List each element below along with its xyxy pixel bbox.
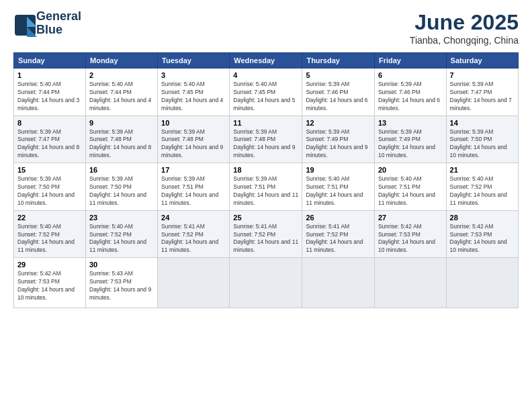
- calendar-cell: 14 Sunrise: 5:39 AM Sunset: 7:50 PM Dayl…: [446, 116, 518, 163]
- day-number: 3: [161, 71, 226, 79]
- day-info: Sunrise: 5:43 AM Sunset: 7:53 PM Dayligh…: [89, 270, 154, 302]
- day-number: 27: [378, 214, 443, 222]
- day-info: Sunrise: 5:41 AM Sunset: 7:52 PM Dayligh…: [233, 223, 298, 255]
- logo-icon: [13, 13, 34, 34]
- calendar-cell: [302, 258, 375, 308]
- day-info: Sunrise: 5:39 AM Sunset: 7:50 PM Dayligh…: [17, 175, 82, 208]
- day-info: Sunrise: 5:39 AM Sunset: 7:46 PM Dayligh…: [378, 81, 443, 113]
- calendar-cell: 6 Sunrise: 5:39 AM Sunset: 7:46 PM Dayli…: [374, 68, 446, 116]
- week-row-5: 29 Sunrise: 5:42 AM Sunset: 7:53 PM Dayl…: [14, 258, 519, 308]
- day-number: 24: [161, 214, 226, 222]
- day-info: Sunrise: 5:39 AM Sunset: 7:50 PM Dayligh…: [89, 175, 154, 208]
- logo: General Blue: [13, 10, 81, 37]
- week-row-4: 22 Sunrise: 5:40 AM Sunset: 7:52 PM Dayl…: [14, 210, 519, 258]
- calendar-cell: 16 Sunrise: 5:39 AM Sunset: 7:50 PM Dayl…: [86, 163, 158, 211]
- week-row-1: 1 Sunrise: 5:40 AM Sunset: 7:44 PM Dayli…: [14, 68, 519, 116]
- calendar-cell: [374, 258, 446, 308]
- day-info: Sunrise: 5:41 AM Sunset: 7:52 PM Dayligh…: [306, 223, 371, 255]
- day-number: 28: [450, 214, 515, 222]
- day-number: 9: [89, 119, 154, 127]
- day-number: 21: [450, 166, 515, 174]
- day-number: 30: [89, 261, 154, 269]
- calendar-cell: 10 Sunrise: 5:39 AM Sunset: 7:48 PM Dayl…: [158, 116, 230, 163]
- calendar-cell: 3 Sunrise: 5:40 AM Sunset: 7:45 PM Dayli…: [158, 68, 230, 116]
- day-info: Sunrise: 5:39 AM Sunset: 7:48 PM Dayligh…: [233, 128, 298, 161]
- column-header-monday: Monday: [86, 53, 158, 68]
- day-number: 15: [17, 166, 82, 174]
- page: General Blue June 2025 Tianba, Chongqing…: [0, 0, 532, 411]
- calendar-cell: 2 Sunrise: 5:40 AM Sunset: 7:44 PM Dayli…: [86, 68, 158, 116]
- calendar-cell: 26 Sunrise: 5:41 AM Sunset: 7:52 PM Dayl…: [302, 210, 375, 258]
- calendar-cell: 7 Sunrise: 5:39 AM Sunset: 7:47 PM Dayli…: [446, 68, 518, 116]
- day-number: 11: [233, 119, 298, 127]
- day-info: Sunrise: 5:40 AM Sunset: 7:45 PM Dayligh…: [161, 81, 226, 113]
- logo-line2: Blue: [36, 24, 81, 37]
- week-row-2: 8 Sunrise: 5:39 AM Sunset: 7:47 PM Dayli…: [14, 116, 519, 163]
- day-info: Sunrise: 5:42 AM Sunset: 7:53 PM Dayligh…: [17, 270, 82, 302]
- day-info: Sunrise: 5:39 AM Sunset: 7:51 PM Dayligh…: [161, 175, 226, 208]
- day-number: 14: [450, 119, 515, 127]
- day-info: Sunrise: 5:39 AM Sunset: 7:48 PM Dayligh…: [161, 128, 226, 161]
- column-header-sunday: Sunday: [14, 53, 86, 68]
- calendar-cell: 12 Sunrise: 5:39 AM Sunset: 7:49 PM Dayl…: [302, 116, 375, 163]
- day-info: Sunrise: 5:39 AM Sunset: 7:50 PM Dayligh…: [450, 128, 515, 161]
- day-number: 13: [378, 119, 443, 127]
- day-info: Sunrise: 5:42 AM Sunset: 7:53 PM Dayligh…: [450, 223, 515, 255]
- day-number: 6: [378, 71, 443, 79]
- calendar-cell: 23 Sunrise: 5:40 AM Sunset: 7:52 PM Dayl…: [86, 210, 158, 258]
- day-number: 10: [161, 119, 226, 127]
- day-number: 16: [89, 166, 154, 174]
- day-number: 7: [450, 71, 515, 79]
- calendar-cell: 17 Sunrise: 5:39 AM Sunset: 7:51 PM Dayl…: [158, 163, 230, 211]
- column-header-tuesday: Tuesday: [158, 53, 230, 68]
- day-info: Sunrise: 5:40 AM Sunset: 7:52 PM Dayligh…: [450, 175, 515, 208]
- column-header-friday: Friday: [374, 53, 446, 68]
- calendar-cell: 9 Sunrise: 5:39 AM Sunset: 7:48 PM Dayli…: [86, 116, 158, 163]
- day-info: Sunrise: 5:40 AM Sunset: 7:45 PM Dayligh…: [233, 81, 298, 113]
- logo-text: General Blue: [36, 10, 81, 37]
- day-number: 5: [306, 71, 371, 79]
- day-number: 23: [89, 214, 154, 222]
- calendar-cell: 29 Sunrise: 5:42 AM Sunset: 7:53 PM Dayl…: [14, 258, 86, 308]
- day-info: Sunrise: 5:39 AM Sunset: 7:48 PM Dayligh…: [89, 128, 154, 161]
- day-number: 2: [89, 71, 154, 79]
- day-info: Sunrise: 5:39 AM Sunset: 7:49 PM Dayligh…: [306, 128, 371, 161]
- calendar-cell: 15 Sunrise: 5:39 AM Sunset: 7:50 PM Dayl…: [14, 163, 86, 211]
- calendar-cell: 27 Sunrise: 5:42 AM Sunset: 7:53 PM Dayl…: [374, 210, 446, 258]
- day-number: 4: [233, 71, 298, 79]
- day-info: Sunrise: 5:41 AM Sunset: 7:52 PM Dayligh…: [161, 223, 226, 255]
- day-number: 19: [306, 166, 371, 174]
- day-info: Sunrise: 5:39 AM Sunset: 7:51 PM Dayligh…: [233, 175, 298, 208]
- day-info: Sunrise: 5:39 AM Sunset: 7:46 PM Dayligh…: [306, 81, 371, 113]
- calendar-cell: 11 Sunrise: 5:39 AM Sunset: 7:48 PM Dayl…: [230, 116, 302, 163]
- calendar-cell: 24 Sunrise: 5:41 AM Sunset: 7:52 PM Dayl…: [158, 210, 230, 258]
- calendar-cell: 13 Sunrise: 5:39 AM Sunset: 7:49 PM Dayl…: [374, 116, 446, 163]
- day-info: Sunrise: 5:40 AM Sunset: 7:52 PM Dayligh…: [89, 223, 154, 255]
- day-number: 12: [306, 119, 371, 127]
- calendar-cell: 20 Sunrise: 5:40 AM Sunset: 7:51 PM Dayl…: [374, 163, 446, 211]
- day-info: Sunrise: 5:39 AM Sunset: 7:47 PM Dayligh…: [17, 128, 82, 161]
- calendar-cell: 25 Sunrise: 5:41 AM Sunset: 7:52 PM Dayl…: [230, 210, 302, 258]
- calendar-cell: 30 Sunrise: 5:43 AM Sunset: 7:53 PM Dayl…: [86, 258, 158, 308]
- day-info: Sunrise: 5:40 AM Sunset: 7:51 PM Dayligh…: [378, 175, 443, 208]
- calendar-cell: 28 Sunrise: 5:42 AM Sunset: 7:53 PM Dayl…: [446, 210, 518, 258]
- calendar-cell: [446, 258, 518, 308]
- day-info: Sunrise: 5:40 AM Sunset: 7:44 PM Dayligh…: [89, 81, 154, 113]
- day-info: Sunrise: 5:40 AM Sunset: 7:51 PM Dayligh…: [306, 175, 371, 208]
- calendar-cell: 22 Sunrise: 5:40 AM Sunset: 7:52 PM Dayl…: [14, 210, 86, 258]
- day-info: Sunrise: 5:39 AM Sunset: 7:47 PM Dayligh…: [450, 81, 515, 113]
- day-info: Sunrise: 5:40 AM Sunset: 7:44 PM Dayligh…: [17, 81, 82, 113]
- day-number: 1: [17, 71, 82, 79]
- week-row-3: 15 Sunrise: 5:39 AM Sunset: 7:50 PM Dayl…: [14, 163, 519, 211]
- header: General Blue June 2025 Tianba, Chongqing…: [13, 10, 519, 46]
- header-row: SundayMondayTuesdayWednesdayThursdayFrid…: [14, 53, 519, 68]
- day-number: 17: [161, 166, 226, 174]
- calendar-cell: 18 Sunrise: 5:39 AM Sunset: 7:51 PM Dayl…: [230, 163, 302, 211]
- logo-line1: General: [36, 10, 81, 24]
- day-number: 25: [233, 214, 298, 222]
- column-header-wednesday: Wednesday: [230, 53, 302, 68]
- calendar-cell: 5 Sunrise: 5:39 AM Sunset: 7:46 PM Dayli…: [302, 68, 375, 116]
- title-block: June 2025 Tianba, Chongqing, China: [410, 10, 519, 46]
- calendar-cell: 1 Sunrise: 5:40 AM Sunset: 7:44 PM Dayli…: [14, 68, 86, 116]
- calendar-cell: 8 Sunrise: 5:39 AM Sunset: 7:47 PM Dayli…: [14, 116, 86, 163]
